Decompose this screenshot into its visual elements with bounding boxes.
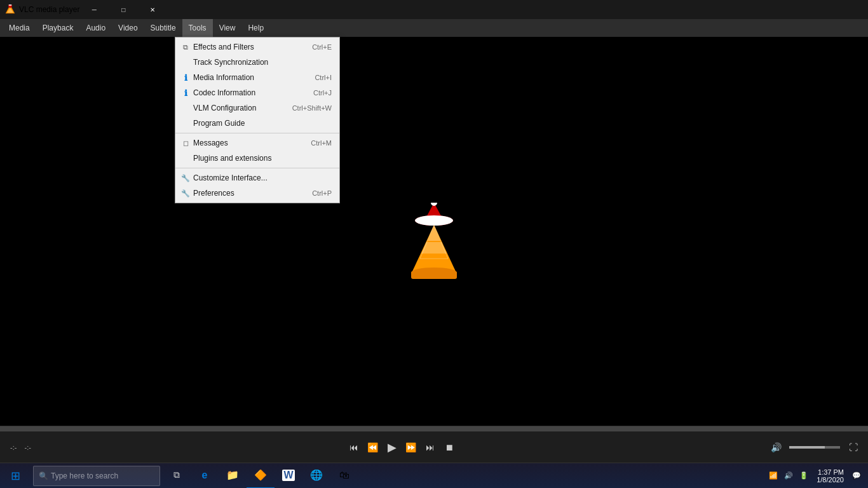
menubar: Media Playback Audio Video Subtitle Tool… (0, 19, 868, 37)
maximize-button[interactable]: □ (109, 0, 138, 19)
messages-label: Messages (193, 139, 228, 147)
media-info-icon: ℹ (180, 72, 191, 83)
rewind-button[interactable]: ⏪ (364, 438, 382, 456)
track-sync-label: Track Synchronization (193, 58, 268, 67)
taskbar-vlc[interactable]: 🔶 (247, 463, 275, 489)
controls-bar: -:- -:- ⏮ ⏪ ▶ ⏩ ⏭ ⏹ 🔊 ⛶ (0, 426, 868, 463)
vlc-taskbar-icon: 🔶 (254, 469, 267, 481)
taskbar-edge[interactable]: e (191, 463, 219, 489)
titlebar: VLC media player ─ □ ✕ (0, 0, 868, 19)
codec-info-label: Codec Information (193, 88, 255, 97)
notification-icon[interactable]: 💬 (850, 470, 863, 482)
taskbar-word[interactable]: W (275, 463, 302, 489)
stop-button[interactable]: ⏹ (440, 438, 458, 456)
minimize-button[interactable]: ─ (79, 0, 109, 19)
titlebar-title: VLC media player (19, 5, 79, 14)
menu-tools[interactable]: Tools (182, 19, 213, 37)
store-icon: 🛍 (339, 470, 349, 481)
effects-filters-label: Effects and Filters (193, 43, 254, 51)
menu-item-messages[interactable]: ◻ Messages Ctrl+M (175, 135, 339, 151)
tray-network-icon[interactable]: 📶 (767, 470, 780, 482)
menu-help[interactable]: Help (241, 19, 270, 37)
fullscreen-button[interactable]: ⛶ (844, 438, 862, 456)
menu-item-plugins[interactable]: Plugins and extensions (175, 151, 339, 166)
customize-label: Customize Interface... (193, 173, 268, 182)
file-explorer-icon: 📁 (226, 469, 239, 481)
taskbar-chrome[interactable]: 🌐 (302, 463, 330, 489)
media-info-label: Media Information (193, 73, 254, 82)
separator-1 (175, 133, 339, 133)
taskbar-time-value: 1:37 PM (817, 468, 844, 476)
task-view-icon: ⧉ (173, 470, 180, 480)
controls-row: -:- -:- ⏮ ⏪ ▶ ⏩ ⏭ ⏹ 🔊 ⛶ (0, 431, 868, 463)
taskbar: ⊞ 🔍 Type here to search ⧉ e 📁 🔶 W 🌐 🛍 📶 … (0, 463, 868, 488)
svg-point-7 (415, 215, 453, 226)
messages-icon: ◻ (180, 138, 191, 148)
search-placeholder: Type here to search (51, 471, 118, 480)
messages-shortcut: Ctrl+M (298, 139, 332, 147)
media-info-shortcut: Ctrl+I (302, 74, 332, 81)
menu-item-vlm-config[interactable]: VLM Configuration Ctrl+Shift+W (175, 100, 339, 116)
customize-icon: 🔧 (180, 173, 191, 183)
menu-audio[interactable]: Audio (79, 19, 112, 37)
preferences-shortcut: Ctrl+P (299, 189, 332, 197)
codec-info-icon: ℹ (180, 88, 191, 98)
chrome-icon: 🌐 (310, 469, 323, 481)
volume-slider[interactable] (789, 446, 840, 449)
tray-battery-icon[interactable]: 🔋 (797, 470, 810, 482)
taskbar-clock[interactable]: 1:37 PM 1/8/2020 (813, 468, 848, 484)
play-pause-button[interactable]: ▶ (383, 438, 401, 456)
start-button[interactable]: ⊞ (0, 463, 31, 489)
menu-video[interactable]: Video (112, 19, 144, 37)
volume-fill (789, 446, 825, 449)
effects-filters-shortcut: Ctrl+E (299, 43, 332, 51)
taskbar-file-explorer[interactable]: 📁 (219, 463, 247, 489)
vlm-config-label: VLM Configuration (193, 104, 256, 112)
video-area (0, 37, 868, 451)
close-button[interactable]: ✕ (138, 0, 167, 19)
menu-item-media-info[interactable]: ℹ Media Information Ctrl+I (175, 70, 339, 85)
tools-dropdown-menu: ⧉ Effects and Filters Ctrl+E Track Synch… (175, 37, 340, 203)
preferences-icon: 🔧 (180, 188, 191, 198)
menu-view[interactable]: View (213, 19, 242, 37)
taskbar-right: 📶 🔊 🔋 1:37 PM 1/8/2020 💬 (762, 468, 868, 484)
menu-item-codec-info[interactable]: ℹ Codec Information Ctrl+J (175, 85, 339, 100)
svg-point-6 (431, 203, 437, 206)
codec-info-shortcut: Ctrl+J (301, 89, 332, 97)
fast-forward-button[interactable]: ⏩ (402, 438, 420, 456)
edge-icon: e (202, 470, 208, 481)
vlm-config-shortcut: Ctrl+Shift+W (280, 104, 332, 112)
menu-item-preferences[interactable]: 🔧 Preferences Ctrl+P (175, 186, 339, 201)
menu-playback[interactable]: Playback (36, 19, 80, 37)
taskbar-date-value: 1/8/2020 (817, 476, 844, 484)
titlebar-controls: ─ □ ✕ (79, 0, 167, 19)
svg-marker-13 (421, 242, 447, 254)
preferences-label: Preferences (193, 189, 234, 198)
task-view-button[interactable]: ⧉ (163, 463, 191, 489)
svg-marker-9 (428, 225, 440, 241)
effects-icon: ⧉ (180, 42, 191, 52)
search-bar[interactable]: 🔍 Type here to search (33, 466, 160, 486)
start-icon: ⊞ (11, 469, 20, 483)
titlebar-icon (5, 4, 15, 15)
progress-bar[interactable] (0, 426, 868, 431)
taskbar-store[interactable]: 🛍 (330, 463, 358, 489)
plugins-label: Plugins and extensions (193, 154, 271, 163)
time-display: -:- -:- (10, 444, 31, 451)
menu-media[interactable]: Media (3, 19, 36, 37)
vlc-logo (396, 200, 472, 288)
menu-item-effects-filters[interactable]: ⧉ Effects and Filters Ctrl+E (175, 39, 339, 55)
menu-subtitle[interactable]: Subtitle (144, 19, 182, 37)
next-button[interactable]: ⏭ (421, 438, 439, 456)
menu-item-program-guide[interactable]: Program Guide (175, 116, 339, 131)
prev-button[interactable]: ⏮ (345, 438, 363, 456)
svg-rect-12 (411, 271, 457, 279)
separator-2 (175, 168, 339, 168)
program-guide-label: Program Guide (193, 119, 245, 128)
menu-item-track-sync[interactable]: Track Synchronization (175, 55, 339, 70)
volume-icon[interactable]: 🔊 (767, 438, 785, 456)
tray-volume-icon[interactable]: 🔊 (782, 470, 795, 482)
menu-item-customize[interactable]: 🔧 Customize Interface... (175, 170, 339, 186)
search-icon: 🔍 (39, 471, 48, 480)
word-icon: W (282, 470, 294, 481)
